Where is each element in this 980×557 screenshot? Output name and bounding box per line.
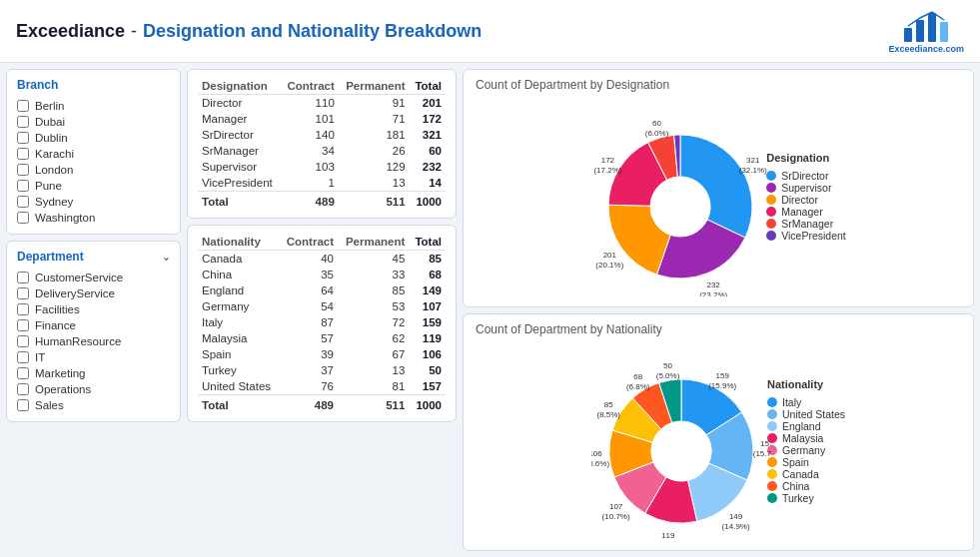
svg-text:321(32.1%): 321(32.1%) [739, 157, 767, 176]
legend-item: Director [766, 194, 846, 206]
branch-item[interactable]: Karachi [17, 146, 170, 162]
svg-rect-3 [940, 22, 948, 42]
svg-text:107(10.7%): 107(10.7%) [602, 502, 630, 521]
department-checkbox[interactable] [17, 399, 29, 411]
branch-item[interactable]: Sydney [17, 194, 170, 210]
svg-point-10 [651, 421, 711, 481]
designation-table-box: Designation Contract Permanent Total Dir… [187, 69, 457, 219]
department-checkbox[interactable] [17, 287, 29, 299]
legend-item: China [767, 480, 845, 492]
nationality-donut: 159(15.9%)157(15.7%)149(14.9%)119(11.9%)… [591, 361, 751, 521]
svg-text:149(14.9%): 149(14.9%) [722, 512, 750, 531]
designation-donut: 321(32.1%)232(23.2%)201(20.1%)172(17.2%)… [590, 117, 750, 277]
legend-item: Turkey [767, 492, 845, 504]
legend-item: United States [767, 408, 845, 420]
page-title: Designation and Nationality Breakdown [143, 21, 482, 42]
department-item[interactable]: DeliveryService [17, 285, 170, 301]
table-row: Spain3967106 [198, 346, 446, 362]
svg-text:50(5.0%): 50(5.0%) [656, 361, 680, 380]
legend-item: Canada [767, 468, 845, 480]
svg-text:232(23.2%): 232(23.2%) [699, 281, 727, 297]
legend-item: Germany [767, 444, 845, 456]
svg-text:60(6.0%): 60(6.0%) [645, 120, 669, 139]
branch-item[interactable]: Dublin [17, 130, 170, 146]
table-row: SrDirector140181321 [198, 127, 446, 143]
department-filter-title: Department ⌄ [17, 250, 170, 264]
branch-checkbox[interactable] [17, 132, 29, 144]
branch-filter-title: Branch [17, 78, 170, 92]
branch-filter-items: BerlinDubaiDublinKarachiLondonPuneSydney… [17, 98, 170, 226]
branch-checkbox[interactable] [17, 212, 29, 224]
nationality-table: Nationality Contract Permanent Total Can… [198, 234, 446, 413]
department-item[interactable]: Sales [17, 397, 170, 413]
logo-icon [902, 8, 950, 44]
svg-text:85(8.5%): 85(8.5%) [596, 400, 620, 419]
department-filter-box: Department ⌄ CustomerServiceDeliveryServ… [6, 241, 181, 422]
branch-item[interactable]: Washington [17, 210, 170, 226]
designation-table: Designation Contract Permanent Total Dir… [198, 78, 446, 210]
table-row: SrManager342660 [198, 143, 446, 159]
legend-item: VicePresident [766, 230, 846, 242]
department-item[interactable]: Finance [17, 317, 170, 333]
department-checkbox[interactable] [17, 272, 29, 283]
department-item[interactable]: IT [17, 349, 170, 365]
table-row: England6485149 [198, 282, 446, 298]
department-item[interactable]: HumanResource [17, 333, 170, 349]
col-permanent-nat: Permanent [338, 234, 409, 251]
department-checkbox[interactable] [17, 319, 29, 331]
table-row: Turkey371350 [198, 362, 446, 378]
branch-checkbox[interactable] [17, 116, 29, 128]
branch-item[interactable]: Berlin [17, 98, 170, 114]
branch-item[interactable]: Dubai [17, 114, 170, 130]
designation-chart-content: 321(32.1%)232(23.2%)201(20.1%)172(17.2%)… [476, 96, 961, 298]
svg-rect-0 [904, 28, 912, 42]
department-checkbox[interactable] [17, 335, 29, 347]
department-item[interactable]: Marketing [17, 365, 170, 381]
svg-text:172(17.2%): 172(17.2%) [594, 156, 622, 175]
designation-chart-box: Count of Department by Designation 321(3… [463, 69, 974, 307]
svg-text:201(20.1%): 201(20.1%) [596, 251, 624, 270]
svg-text:159(15.9%): 159(15.9%) [708, 370, 736, 389]
svg-rect-1 [916, 20, 924, 42]
department-checkbox[interactable] [17, 383, 29, 395]
svg-rect-2 [928, 13, 936, 42]
department-checkbox[interactable] [17, 367, 29, 379]
nationality-table-box: Nationality Contract Permanent Total Can… [187, 225, 457, 422]
designation-chart-title: Count of Department by Designation [476, 78, 961, 92]
branch-item[interactable]: Pune [17, 178, 170, 194]
legend-item: Italy [767, 396, 845, 408]
svg-text:157(15.7%): 157(15.7%) [753, 439, 771, 458]
nationality-chart-title: Count of Department by Nationality [476, 322, 961, 336]
branch-checkbox[interactable] [17, 148, 29, 160]
department-item[interactable]: CustomerService [17, 270, 170, 285]
department-checkbox[interactable] [17, 303, 29, 315]
branch-checkbox[interactable] [17, 164, 29, 176]
designation-legend-title: Designation [766, 152, 846, 164]
table-row: VicePresident11314 [198, 175, 446, 192]
department-checkbox[interactable] [17, 351, 29, 363]
branch-checkbox[interactable] [17, 180, 29, 192]
table-row: Italy8772159 [198, 314, 446, 330]
col-nationality: Nationality [198, 234, 280, 251]
table-row: United States7681157 [198, 378, 446, 395]
nationality-chart-box: Count of Department by Nationality 159(1… [463, 313, 974, 552]
legend-item: Malaysia [767, 432, 845, 444]
right-panel: Count of Department by Designation 321(3… [463, 69, 974, 551]
legend-item: SrManager [766, 218, 846, 230]
col-total: Total [410, 78, 446, 95]
svg-text:68(6.8%): 68(6.8%) [626, 372, 650, 391]
legend-item: Manager [766, 206, 846, 218]
branch-checkbox[interactable] [17, 196, 29, 208]
designation-legend: Designation SrDirectorSupervisorDirector… [766, 152, 846, 242]
legend-item: England [767, 420, 845, 432]
department-item[interactable]: Facilities [17, 301, 170, 317]
branch-item[interactable]: London [17, 162, 170, 178]
department-item[interactable]: Operations [17, 381, 170, 397]
middle-panel: Designation Contract Permanent Total Dir… [187, 69, 457, 551]
table-row: Canada404585 [198, 251, 446, 268]
svg-text:106(10.6%): 106(10.6%) [591, 449, 609, 468]
table-row: Malaysia5762119 [198, 330, 446, 346]
col-designation: Designation [198, 78, 281, 95]
table-row: Director11091201 [198, 95, 446, 112]
branch-checkbox[interactable] [17, 100, 29, 112]
